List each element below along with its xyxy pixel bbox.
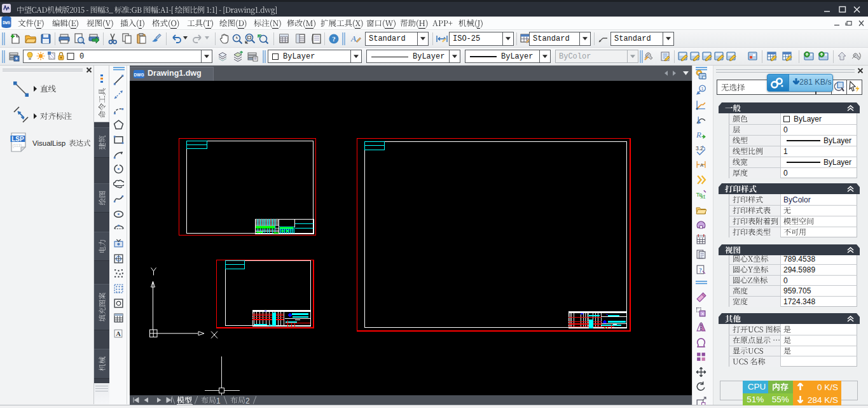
svg-text:LSP: LSP: [11, 136, 24, 143]
svg-text:(113): (113): [13, 143, 22, 148]
svg-text:A: A: [350, 34, 356, 43]
svg-text:A: A: [116, 330, 121, 337]
svg-text:DWG: DWG: [3, 21, 10, 25]
svg-text:xt: xt: [700, 193, 705, 200]
svg-text:A: A: [700, 162, 703, 168]
svg-text:3.2: 3.2: [696, 144, 703, 151]
svg-text:R: R: [696, 130, 701, 139]
svg-text:?: ?: [332, 35, 336, 43]
svg-text:?: ?: [699, 266, 702, 273]
svg-text:1: 1: [701, 86, 704, 92]
svg-text:DWG: DWG: [134, 73, 144, 77]
